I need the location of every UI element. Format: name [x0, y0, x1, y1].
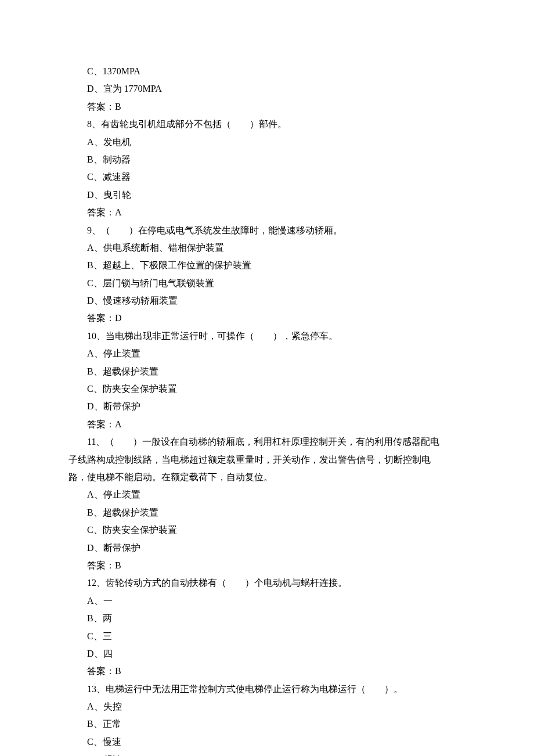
option-d: D、宜为 1770MPA: [68, 80, 466, 98]
option-c: C、防夹安全保护装置: [68, 380, 466, 398]
answer-line: 答案：B: [68, 98, 466, 116]
option-d: D、超速: [68, 751, 466, 756]
option-a: A、供电系统断相、错相保护装置: [68, 239, 466, 257]
question-11-line2: 子线路构成控制线路，当电梯超过额定载重量时，开关动作，发出警告信号，切断控制电: [68, 451, 466, 469]
option-c: C、慢速: [68, 733, 466, 751]
answer-line: 答案：B: [68, 663, 466, 680]
option-a: A、发电机: [68, 134, 466, 151]
question-12: 12、齿轮传动方式的自动扶梯有（ ）个电动机与蜗杆连接。: [68, 574, 466, 592]
option-c: C、1370MPA: [68, 63, 466, 80]
option-a: A、一: [68, 592, 466, 610]
answer-line: 答案：D: [68, 309, 466, 327]
question-8: 8、有齿轮曳引机组成部分不包括（ ）部件。: [68, 116, 466, 133]
option-d: D、四: [68, 645, 466, 663]
option-c: C、减速器: [68, 168, 466, 186]
option-a: A、失控: [68, 698, 466, 715]
option-b: B、超载保护装置: [68, 504, 466, 521]
option-b: B、制动器: [68, 151, 466, 168]
option-d: D、断带保护: [68, 398, 466, 415]
answer-line: 答案：B: [68, 557, 466, 574]
question-11-line1: 11、（ ）一般设在自动梯的轿厢底，利用杠杆原理控制开关，有的利用传感器配电: [68, 433, 466, 451]
option-a: A、停止装置: [68, 486, 466, 503]
option-c: C、层门锁与轿门电气联锁装置: [68, 275, 466, 292]
option-b: B、超越上、下极限工作位置的保护装置: [68, 257, 466, 274]
answer-line: 答案：A: [68, 416, 466, 433]
option-c: C、防夹安全保护装置: [68, 521, 466, 539]
answer-line: 答案：A: [68, 204, 466, 221]
question-11-line3: 路，使电梯不能启动。在额定载荷下，自动复位。: [68, 469, 466, 486]
document-page: C、1370MPA D、宜为 1770MPA 答案：B 8、有齿轮曳引机组成部分…: [0, 0, 534, 756]
option-d: D、曳引轮: [68, 186, 466, 204]
option-d: D、断带保护: [68, 539, 466, 557]
option-d: D、慢速移动轿厢装置: [68, 292, 466, 309]
question-13: 13、电梯运行中无法用正常控制方式使电梯停止运行称为电梯运行（ ）。: [68, 681, 466, 698]
option-c: C、三: [68, 628, 466, 645]
option-b: B、超载保护装置: [68, 363, 466, 380]
option-a: A、停止装置: [68, 345, 466, 362]
option-b: B、两: [68, 610, 466, 627]
question-10: 10、当电梯出现非正常运行时，可操作（ ），紧急停车。: [68, 327, 466, 345]
option-b: B、正常: [68, 715, 466, 733]
question-9: 9、（ ）在停电或电气系统发生故障时，能慢速移动轿厢。: [68, 222, 466, 239]
